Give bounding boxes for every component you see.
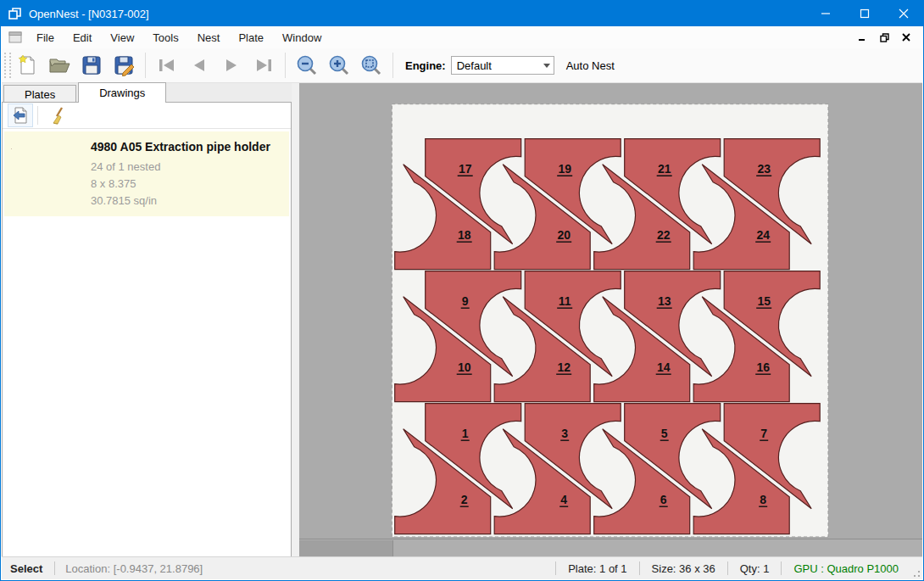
minimize-button[interactable] [806,1,845,26]
zoom-in-button[interactable] [326,52,353,79]
part-number: 3 [561,427,568,440]
engine-label: Engine: [405,59,446,72]
part-number: 9 [462,294,469,308]
part-number: 14 [657,360,671,374]
maximize-button[interactable] [845,1,884,26]
part-number: 24 [756,228,770,242]
part-number: 23 [757,162,771,176]
title-bar: OpenNest - [N0317-002] [1,1,923,26]
menu-item-plate[interactable]: Plate [229,28,273,47]
go-last-button[interactable] [250,52,277,79]
engine-value: Default [457,59,492,72]
plate-size: Size: 36 x 36 [640,562,727,575]
app-window: OpenNest - [N0317-002] FileEditViewTools… [0,0,924,581]
tab-strip: Plates Drawings [2,83,292,103]
go-first-button[interactable] [153,52,181,79]
part-number: 17 [459,162,472,176]
drawings-toolbar [3,103,291,129]
close-button[interactable] [884,1,923,26]
nesting-canvas[interactable]: 171921231820222491113151012141613572468 [299,83,922,557]
mdi-document-icon[interactable] [8,31,22,44]
part-number: 18 [458,228,471,242]
part-number: 11 [559,294,571,308]
horizontal-scrollbar[interactable] [299,539,922,557]
menu-item-nest[interactable]: Nest [188,28,230,47]
new-file-button[interactable] [14,52,41,79]
go-previous-icon [189,56,209,75]
toolbar-grip[interactable] [4,53,11,78]
part-number: 7 [760,427,767,440]
part-number: 6 [660,493,667,506]
part-number: 4 [560,493,567,506]
save-as-button[interactable] [110,52,137,79]
left-panel: Plates Drawings [2,83,299,557]
mdi-minimize-button[interactable] [853,30,871,45]
window-title: OpenNest - [N0317-002] [29,8,149,20]
part-number: 15 [757,294,771,308]
go-next-icon [221,56,242,75]
part-number: 2 [461,493,468,506]
zoom-fit-button[interactable] [358,52,385,79]
go-next-button[interactable] [218,52,245,79]
save-button[interactable] [78,52,105,79]
open-file-button[interactable] [46,52,73,79]
clear-drawings-button[interactable] [47,104,71,126]
mode-status: Select [2,562,54,575]
tab-plates[interactable]: Plates [3,85,76,103]
toolbar-separator [37,106,38,125]
plate-view[interactable]: 171921231820222491113151012141613572468 [299,83,922,541]
plate-count: Plate: 1 of 1 [556,562,638,575]
auto-nest-button[interactable]: Auto Nest [566,59,615,72]
part-number: 12 [557,360,571,374]
toolbar-separator [285,53,286,78]
menu-bar: FileEditViewToolsNestPlateWindow [2,26,922,48]
part-number: 16 [756,360,770,374]
resize-grip[interactable] [910,557,922,579]
zoom-out-icon [296,54,318,76]
menu-items: FileEditViewToolsNestPlateWindow [27,28,331,47]
toolbar-separator [145,53,146,78]
zoom-in-icon [328,54,350,76]
menu-item-window[interactable]: Window [273,28,331,47]
cursor-location: Location: [-0.9437, 21.8796] [55,562,213,575]
part-number: 20 [557,228,571,242]
drawing-list-item[interactable]: 4980 A05 Extraction pipe holder 24 of 1 … [4,131,289,216]
open-file-icon [47,54,71,76]
go-first-icon [157,56,177,75]
gpu-status: GPU : Quadro P1000 [782,562,910,575]
mdi-close-button[interactable] [897,30,916,45]
main-toolbar: Engine: Default Auto Nest [2,48,922,83]
go-last-icon [253,56,274,75]
part-number: 8 [760,493,766,506]
menu-item-view[interactable]: View [101,28,143,47]
drawing-dimensions: 8 x 8.375 [91,176,270,193]
drawing-area: 30.7815 sq/in [91,193,270,209]
part-number: 22 [657,228,671,242]
drawing-title: 4980 A05 Extraction pipe holder [91,140,270,154]
go-previous-button[interactable] [186,52,213,79]
scrollbar-thumb[interactable] [299,540,393,557]
part-number: 13 [658,294,671,308]
chevron-down-icon [543,64,550,68]
plate-qty: Qty: 1 [728,562,782,575]
zoom-fit-icon [360,54,382,76]
mdi-restore-button[interactable] [875,30,893,45]
drawing-nested-count: 24 of 1 nested [91,159,270,176]
new-file-icon [16,54,38,76]
import-drawing-button[interactable] [8,103,33,127]
zoom-out-button[interactable] [293,52,320,79]
part-number: 1 [462,427,469,440]
engine-select[interactable]: Default [451,56,554,75]
broom-icon [50,106,69,125]
menu-item-file[interactable]: File [27,28,64,47]
status-bar: Select Location: [-0.9437, 21.8796] Plat… [2,556,922,579]
import-drawing-icon [11,106,30,125]
drawings-panel: 4980 A05 Extraction pipe holder 24 of 1 … [2,102,292,557]
part-number: 5 [661,427,668,440]
toolbar-separator [392,53,393,78]
menu-item-edit[interactable]: Edit [64,28,101,47]
app-icon [8,7,22,20]
tab-drawings[interactable]: Drawings [78,82,166,103]
part-number: 21 [658,162,671,176]
menu-item-tools[interactable]: Tools [143,28,187,47]
